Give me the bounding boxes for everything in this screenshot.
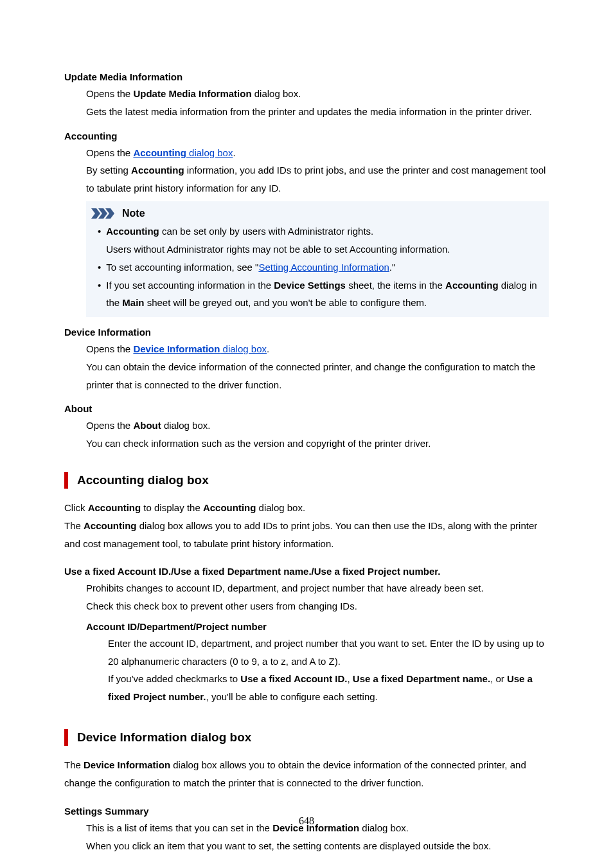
- text-bold: Device Information: [84, 759, 170, 770]
- text: dialog box.: [256, 502, 305, 513]
- text: , you'll be able to configure each setti…: [206, 691, 378, 702]
- text: The: [64, 759, 84, 770]
- term-fixed-ids: Use a fixed Account ID./Use a fixed Depa…: [64, 564, 549, 579]
- text: ,: [347, 673, 352, 684]
- text: Opens the: [86, 420, 133, 431]
- desc-update-media: Opens the Update Media Information dialo…: [86, 85, 549, 121]
- red-bar-icon: [64, 729, 68, 746]
- text: The: [64, 520, 84, 531]
- term-device-info: Device Information: [64, 325, 549, 340]
- link-accounting-dialog[interactable]: Accounting dialog box: [133, 147, 233, 158]
- text: can be set only by users with Administra…: [159, 226, 373, 237]
- section-title: Device Information dialog box: [77, 728, 251, 747]
- text-bold: Accounting: [131, 165, 184, 176]
- text: You can obtain the device information of…: [86, 361, 535, 390]
- text-bold: Accounting: [84, 520, 137, 531]
- desc-device-info: Opens the Device Information dialog box.…: [86, 340, 549, 393]
- desc-about: Opens the About dialog box. You can chec…: [86, 417, 549, 453]
- text: You can check information such as the ve…: [86, 438, 431, 449]
- section-para: The Device Information dialog box allows…: [64, 756, 549, 792]
- desc-accounting: Opens the Accounting dialog box. By sett…: [86, 144, 549, 197]
- section-header-accounting: Accounting dialog box: [64, 471, 549, 490]
- term-accounting: Accounting: [64, 129, 549, 144]
- link-text: dialog box: [186, 147, 233, 158]
- term-update-media: Update Media Information: [64, 69, 549, 85]
- link-setting-accounting[interactable]: Setting Accounting Information: [258, 262, 389, 273]
- note-box: Note Accounting can be set only by users…: [86, 201, 549, 317]
- text-bold: Update Media Information: [133, 88, 251, 99]
- note-title: Note: [122, 205, 145, 222]
- text: Check this check box to prevent other us…: [86, 601, 357, 611]
- desc-fixed-ids: Prohibits changes to account ID, departm…: [86, 579, 549, 615]
- note-list: Accounting can be set only by users with…: [86, 222, 549, 312]
- section-header-device-info: Device Information dialog box: [64, 728, 549, 747]
- text-bold: Use a fixed Department name.: [353, 673, 490, 684]
- text: Users without Administrator rights may n…: [106, 244, 450, 255]
- link-text-bold: Accounting: [133, 147, 186, 158]
- text-bold: Use a fixed Account ID.: [240, 673, 347, 684]
- text: sheet will be greyed out, and you won't …: [144, 297, 427, 308]
- text: dialog box.: [161, 420, 211, 431]
- text: dialog box.: [252, 88, 301, 99]
- svg-marker-0: [91, 208, 100, 219]
- red-bar-icon: [64, 472, 68, 489]
- text: If you've added checkmarks to: [108, 673, 240, 684]
- link-text-bold: Device Information: [133, 343, 220, 354]
- text: Gets the latest media information from t…: [86, 106, 532, 117]
- text: Enter the account ID, department, and pr…: [108, 638, 544, 667]
- link-device-info-dialog[interactable]: Device Information dialog box: [133, 343, 267, 354]
- note-item: Accounting can be set only by users with…: [98, 222, 549, 258]
- text: Prohibits changes to account ID, departm…: [86, 583, 484, 593]
- text-bold: Accounting: [203, 502, 256, 513]
- term-about: About: [64, 401, 549, 417]
- link-text: dialog box: [220, 343, 267, 354]
- text: sheet, the items in the: [346, 280, 445, 291]
- note-arrows-icon: [91, 208, 118, 219]
- text-bold: Accounting: [445, 280, 499, 291]
- desc-account-id: Enter the account ID, department, and pr…: [108, 635, 549, 706]
- note-header: Note: [86, 205, 549, 222]
- text: Opens the: [86, 88, 133, 99]
- text: Click: [64, 502, 88, 513]
- page-number: 648: [0, 813, 613, 829]
- note-item: If you set accounting information in the…: [98, 276, 549, 312]
- text: Opens the: [86, 147, 133, 158]
- text: .: [233, 147, 235, 158]
- text-bold: Accounting: [106, 226, 159, 237]
- text-bold: Device Settings: [274, 280, 346, 291]
- section-para: Click Accounting to display the Accounti…: [64, 499, 549, 552]
- text: To set accounting information, see ": [106, 262, 258, 273]
- text-bold: Main: [122, 297, 144, 308]
- text-bold: About: [133, 420, 161, 431]
- text: to display the: [141, 502, 203, 513]
- text: .": [389, 262, 396, 273]
- text: Opens the: [86, 343, 133, 354]
- text: By setting: [86, 165, 131, 176]
- section-title: Accounting dialog box: [77, 471, 209, 490]
- text-bold: Accounting: [88, 502, 141, 513]
- text: .: [267, 343, 269, 354]
- term-account-id: Account ID/Department/Project number: [86, 619, 549, 635]
- note-item: To set accounting information, see "Sett…: [98, 258, 549, 276]
- text: If you set accounting information in the: [106, 280, 274, 291]
- text: When you click an item that you want to …: [86, 840, 491, 851]
- text: , or: [490, 673, 507, 684]
